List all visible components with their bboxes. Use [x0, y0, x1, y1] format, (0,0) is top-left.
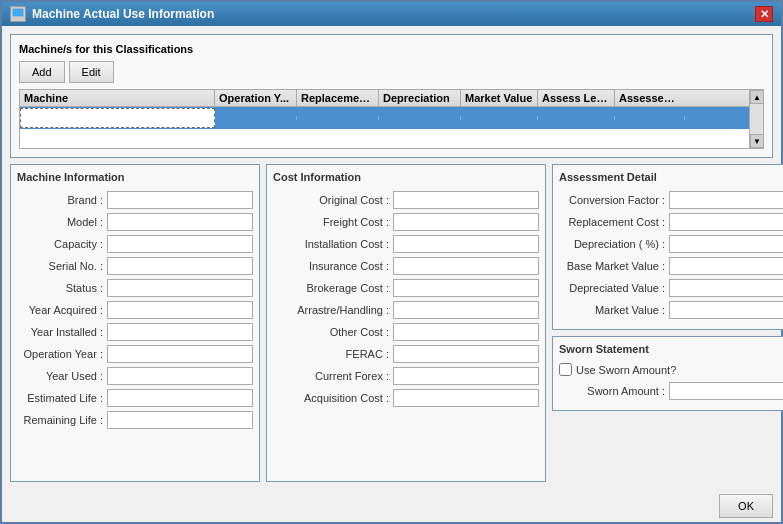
scroll-up[interactable]: ▲ — [750, 90, 764, 104]
input-replacement-cost-assess[interactable] — [669, 213, 783, 231]
input-conversion-factor[interactable] — [669, 191, 783, 209]
col-machine: Machine — [20, 90, 215, 106]
label-conversion-factor: Conversion Factor : — [559, 194, 669, 206]
col-assess-level: Assess Level — [538, 90, 615, 106]
field-acquisition-cost: Acquisition Cost : — [273, 389, 539, 407]
field-sworn-amount: Sworn Amount : — [559, 382, 783, 400]
table-scrollbar[interactable]: ▲ ▼ — [749, 90, 763, 148]
label-depreciation-pct: Depreciation ( %) : — [559, 238, 669, 250]
cell-machine — [20, 108, 215, 128]
input-market-value-assess[interactable] — [669, 301, 783, 319]
window-title: Machine Actual Use Information — [32, 7, 214, 21]
input-installation-cost[interactable] — [393, 235, 539, 253]
col-market-value: Market Value — [461, 90, 538, 106]
field-year-installed: Year Installed : — [17, 323, 253, 341]
input-sworn-amount[interactable] — [669, 382, 783, 400]
field-ferac: FERAC : — [273, 345, 539, 363]
field-other-cost: Other Cost : — [273, 323, 539, 341]
input-status[interactable] — [107, 279, 253, 297]
field-year-acquired: Year Acquired : — [17, 301, 253, 319]
sworn-checkbox[interactable] — [559, 363, 572, 376]
field-brokerage-cost: Brokerage Cost : — [273, 279, 539, 297]
label-depreciated-value: Depreciated Value : — [559, 282, 669, 294]
input-acquisition-cost[interactable] — [393, 389, 539, 407]
field-year-used: Year Used : — [17, 367, 253, 385]
label-brokerage-cost: Brokerage Cost : — [273, 282, 393, 294]
svg-rect-0 — [13, 9, 23, 16]
machine-table: Machine Operation Y... Replacement C... … — [19, 89, 764, 149]
input-original-cost[interactable] — [393, 191, 539, 209]
close-button[interactable]: ✕ — [755, 6, 773, 22]
field-replacement-cost-assess: Replacement Cost : — [559, 213, 783, 231]
input-base-market-value[interactable] — [669, 257, 783, 275]
label-market-value-assess: Market Value : — [559, 304, 669, 316]
input-year-acquired[interactable] — [107, 301, 253, 319]
cell-replacement-cost — [297, 116, 379, 120]
label-arrastre: Arrastre/Handling : — [273, 304, 393, 316]
label-capacity: Capacity : — [17, 238, 107, 250]
field-model: Model : — [17, 213, 253, 231]
table-row[interactable] — [20, 107, 763, 129]
add-button[interactable]: Add — [19, 61, 65, 83]
label-year-acquired: Year Acquired : — [17, 304, 107, 316]
field-estimated-life: Estimated Life : — [17, 389, 253, 407]
sworn-checkbox-label: Use Sworn Amount? — [576, 364, 676, 376]
input-other-cost[interactable] — [393, 323, 539, 341]
field-installation-cost: Installation Cost : — [273, 235, 539, 253]
field-current-forex: Current Forex : — [273, 367, 539, 385]
input-capacity[interactable] — [107, 235, 253, 253]
label-ferac: FERAC : — [273, 348, 393, 360]
input-arrastre[interactable] — [393, 301, 539, 319]
scroll-down[interactable]: ▼ — [750, 134, 764, 148]
input-remaining-life[interactable] — [107, 411, 253, 429]
title-bar-left: Machine Actual Use Information — [10, 6, 214, 22]
ok-button[interactable]: OK — [719, 494, 773, 518]
label-insurance-cost: Insurance Cost : — [273, 260, 393, 272]
field-depreciated-value: Depreciated Value : — [559, 279, 783, 297]
label-estimated-life: Estimated Life : — [17, 392, 107, 404]
cell-operation-year — [215, 116, 297, 120]
input-insurance-cost[interactable] — [393, 257, 539, 275]
field-base-market-value: Base Market Value : — [559, 257, 783, 275]
field-brand: Brand : — [17, 191, 253, 209]
cell-depreciation — [379, 116, 461, 120]
input-brokerage-cost[interactable] — [393, 279, 539, 297]
cost-info-title: Cost Information — [273, 171, 539, 183]
label-model: Model : — [17, 216, 107, 228]
label-serial: Serial No. : — [17, 260, 107, 272]
field-conversion-factor: Conversion Factor : — [559, 191, 783, 209]
assessment-column: Assessment Detail Conversion Factor : Re… — [552, 164, 783, 482]
label-acquisition-cost: Acquisition Cost : — [273, 392, 393, 404]
label-current-forex: Current Forex : — [273, 370, 393, 382]
main-content: Machine/s for this Classifications Add E… — [2, 26, 781, 490]
edit-button[interactable]: Edit — [69, 61, 114, 83]
col-assessed-value: Assessed V... — [615, 90, 685, 106]
app-icon — [10, 6, 26, 22]
assessment-detail-section: Assessment Detail Conversion Factor : Re… — [552, 164, 783, 330]
input-operation-year[interactable] — [107, 345, 253, 363]
input-brand[interactable] — [107, 191, 253, 209]
sworn-statement-title: Sworn Statement — [559, 343, 783, 355]
input-depreciation-pct[interactable] — [669, 235, 783, 253]
field-capacity: Capacity : — [17, 235, 253, 253]
classification-title: Machine/s for this Classifications — [19, 43, 764, 55]
machine-info-section: Machine Information Brand : Model : Capa… — [10, 164, 260, 482]
label-brand: Brand : — [17, 194, 107, 206]
input-estimated-life[interactable] — [107, 389, 253, 407]
label-year-installed: Year Installed : — [17, 326, 107, 338]
input-depreciated-value[interactable] — [669, 279, 783, 297]
input-year-used[interactable] — [107, 367, 253, 385]
field-market-value-assess: Market Value : — [559, 301, 783, 319]
col-operation-year: Operation Y... — [215, 90, 297, 106]
field-original-cost: Original Cost : — [273, 191, 539, 209]
sworn-checkbox-row: Use Sworn Amount? — [559, 363, 783, 376]
input-ferac[interactable] — [393, 345, 539, 363]
input-current-forex[interactable] — [393, 367, 539, 385]
input-freight-cost[interactable] — [393, 213, 539, 231]
detail-sections: Machine Information Brand : Model : Capa… — [10, 164, 773, 482]
label-installation-cost: Installation Cost : — [273, 238, 393, 250]
input-model[interactable] — [107, 213, 253, 231]
input-year-installed[interactable] — [107, 323, 253, 341]
input-serial[interactable] — [107, 257, 253, 275]
field-serial: Serial No. : — [17, 257, 253, 275]
